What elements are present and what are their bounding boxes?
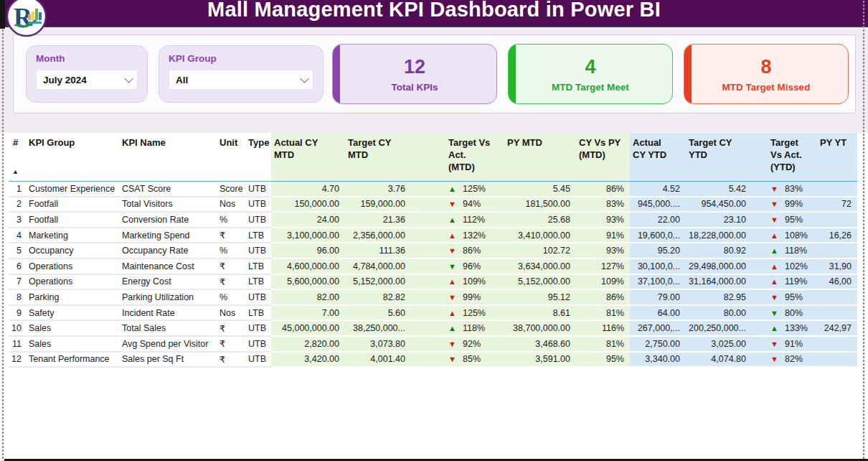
percent-value: 108%: [785, 230, 808, 241]
cell-kpi-group: Customer Experience: [26, 181, 119, 197]
cell-py-ytd: [817, 289, 857, 305]
cell-py-ytd: 31,90: [817, 259, 857, 274]
cell-cy-vs-py-mtd: 81%: [576, 336, 630, 352]
total-kpis-label: Total KPIs: [391, 82, 438, 93]
table-row[interactable]: 1Customer ExperienceCSAT ScoreScoreUTB4.…: [9, 181, 857, 197]
kpi-group-dropdown[interactable]: All: [169, 70, 313, 90]
column-header-target-cy-ytd[interactable]: Target CY YTD: [686, 133, 752, 181]
cell-kpi-name: Avg Spend per Visitor: [119, 336, 217, 352]
cell-py-ytd: 46,00: [817, 274, 857, 290]
cell-row-number: 3: [9, 212, 26, 228]
cell-actual-cy-ytd: 30,100,0...: [630, 259, 686, 274]
triangle-up-icon: ▲: [448, 277, 463, 286]
table-row[interactable]: 11SalesAvg Spend per Visitor₹UTB2,820.00…: [9, 336, 857, 352]
column-header-py-mtd[interactable]: PY MTD: [504, 133, 576, 181]
column-header-index[interactable]: #▲: [9, 133, 26, 181]
cell-kpi-group: Occupancy: [26, 243, 119, 259]
table-row[interactable]: 6OperationsMaintenance Cost₹LTB4,600,000…: [9, 259, 857, 274]
cell-target-vs-act-ytd: ▲102%: [752, 259, 817, 274]
cell-type: UTB: [245, 181, 271, 197]
cell-type: UTB: [245, 197, 271, 213]
cell-type: LTB: [245, 259, 271, 274]
column-header-kpi-group[interactable]: KPI Group: [26, 133, 119, 181]
total-kpis-card: 12 Total KPIs: [332, 44, 497, 104]
kpi-group-filter-card: KPI Group All: [159, 45, 324, 103]
cell-kpi-group: Operations: [26, 259, 119, 274]
triangle-up-icon: ▲: [770, 324, 785, 332]
table-row[interactable]: 7OperationsEnergy Cost₹LTB5,600,000.005,…: [9, 274, 857, 290]
table-row[interactable]: 5OccupancyOccupancy Rate%UTB96.00111.36▼…: [9, 243, 857, 259]
column-header-target-cy-mtd[interactable]: Target CY MTD: [345, 133, 411, 181]
cell-py-mtd: 38,700,000.00: [504, 320, 576, 336]
cell-py-ytd: [817, 352, 857, 368]
cell-unit: %: [217, 243, 245, 259]
cell-actual-cy-mtd: 3,100,000.00: [271, 228, 345, 243]
triangle-down-icon: ▼: [448, 262, 463, 271]
table-row[interactable]: 3FootfallConversion Rate%UTB24.0021.36▲1…: [9, 212, 857, 228]
cell-row-number: 12: [9, 352, 26, 368]
cell-actual-cy-mtd: 82.00: [271, 289, 345, 305]
triangle-up-icon: ▲: [448, 231, 463, 240]
cell-type: LTB: [245, 228, 271, 243]
cell-target-cy-mtd: 38,250,000...: [345, 320, 411, 336]
cell-cy-vs-py-mtd: 81%: [576, 305, 630, 321]
mtd-target-meet-value: 4: [585, 56, 595, 78]
sort-ascending-icon[interactable]: ▲: [12, 166, 19, 178]
table-row[interactable]: 10SalesTotal Sales₹UTB45,000,000.0038,25…: [9, 320, 857, 336]
column-header-actual-cy-mtd[interactable]: Actual CY MTD: [271, 133, 345, 181]
column-header-kpi-name[interactable]: KPI Name: [119, 133, 217, 181]
cell-target-cy-ytd: 954,450.00: [686, 197, 752, 213]
cell-kpi-group: Tenant Performance: [26, 352, 119, 368]
cell-kpi-name: Occupancy Rate: [119, 243, 217, 259]
triangle-up-icon: ▲: [770, 277, 785, 286]
percent-value: 91%: [785, 339, 803, 349]
cell-target-vs-act-ytd: ▲119%: [752, 274, 817, 290]
cell-target-cy-mtd: 159,000.00: [345, 197, 411, 213]
cell-row-number: 7: [9, 274, 26, 290]
percent-value: 86%: [463, 246, 481, 256]
triangle-down-icon: ▼: [448, 246, 463, 255]
cell-py-mtd: 181,500.00: [504, 197, 576, 213]
percent-value: 118%: [785, 246, 807, 256]
cell-type: LTB: [245, 274, 271, 290]
cell-target-vs-act-mtd: ▲112%: [411, 212, 504, 228]
column-header-py-ytd[interactable]: PY YT: [817, 133, 857, 181]
cell-kpi-group: Marketing: [26, 228, 119, 243]
table-row[interactable]: 8ParkingParking Utilization%UTB82.0082.8…: [9, 289, 857, 305]
filter-strip: Month July 2024 KPI Group All 12 Total K…: [13, 34, 856, 113]
table-row[interactable]: 4MarketingMarketing Spend₹LTB3,100,000.0…: [9, 228, 857, 243]
triangle-up-icon: ▲: [448, 309, 463, 317]
cell-actual-cy-mtd: 5,600,000.00: [271, 274, 345, 290]
cell-kpi-group: Safety: [26, 305, 119, 321]
column-header-target-vs-act-mtd[interactable]: Target Vs Act. (MTD): [411, 133, 504, 181]
cell-actual-cy-mtd: 150,000.00: [271, 197, 345, 213]
cell-row-number: 4: [9, 228, 26, 243]
cell-target-cy-ytd: 29,498,000.00: [686, 259, 752, 274]
chevron-down-icon: [124, 74, 133, 83]
cell-target-cy-ytd: 23.10: [686, 212, 752, 228]
triangle-up-icon: ▲: [448, 215, 463, 224]
cell-target-vs-act-mtd: ▼99%: [411, 289, 504, 305]
kpi-group-filter-label: KPI Group: [169, 53, 313, 64]
column-header-cy-vs-py-mtd[interactable]: CY Vs PY (MTD): [576, 133, 630, 181]
percent-value: 133%: [785, 323, 808, 333]
triangle-down-icon: ▼: [770, 200, 785, 208]
cell-actual-cy-mtd: 96.00: [271, 243, 345, 259]
month-dropdown[interactable]: July 2024: [36, 70, 138, 90]
total-kpis-value: 12: [404, 56, 425, 78]
column-header-target-vs-act-ytd[interactable]: Target Vs Act. (YTD): [752, 133, 817, 181]
cell-kpi-name: Sales per Sq Ft: [119, 352, 217, 368]
cell-unit: %: [217, 289, 245, 305]
column-header-type[interactable]: Type: [245, 133, 271, 181]
page-title: Mall Management KPI Dashboard in Power B…: [0, 0, 868, 24]
column-header-unit[interactable]: Unit: [217, 133, 245, 181]
table-row[interactable]: 2FootfallTotal VisitorsNosUTB150,000.001…: [9, 197, 857, 213]
column-header-actual-cy-ytd[interactable]: Actual CY YTD: [630, 133, 686, 181]
cell-kpi-name: Parking Utilization: [119, 289, 217, 305]
cell-cy-vs-py-mtd: 109%: [576, 274, 630, 290]
mtd-target-meet-card: 4 MTD Target Meet: [508, 44, 673, 104]
table-row[interactable]: 9SafetyIncident RateNosLTB7.005.60▲125%8…: [9, 305, 857, 321]
percent-value: 92%: [463, 339, 481, 349]
table-row[interactable]: 12Tenant PerformanceSales per Sq Ft₹UTB3…: [9, 352, 857, 368]
percent-value: 112%: [463, 215, 485, 225]
